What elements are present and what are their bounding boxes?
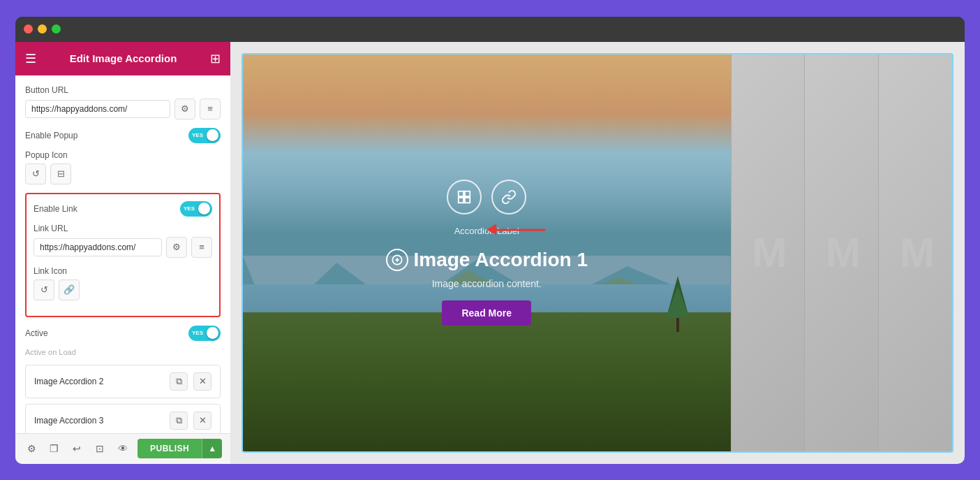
grid-icon[interactable]: ⊞ bbox=[210, 51, 221, 66]
button-url-row: ⚙ ≡ bbox=[25, 99, 221, 119]
app-window: ☰ Edit Image Accordion ⊞ Button URL ⚙ ≡ bbox=[15, 17, 965, 464]
link-icon-group: Link Icon ↺ 🔗 bbox=[34, 266, 212, 300]
popup-icon-clear-btn[interactable]: ↺ bbox=[25, 163, 46, 184]
button-url-label: Button URL bbox=[25, 85, 221, 95]
gear-icon-btn[interactable]: ⚙ bbox=[175, 99, 195, 119]
minimize-button[interactable] bbox=[38, 24, 47, 34]
preview-container: Accordion Label Image Accordion 1 bbox=[242, 53, 953, 453]
link-icon-pick-btn[interactable]: 🔗 bbox=[59, 279, 80, 300]
traffic-lights bbox=[24, 24, 61, 34]
title-circle-icon bbox=[386, 249, 408, 271]
publish-button[interactable]: PUBLISH bbox=[138, 439, 202, 458]
close-button[interactable] bbox=[24, 24, 33, 34]
delete-icon[interactable]: ✕ bbox=[193, 372, 211, 391]
link-url-row: ⚙ ≡ bbox=[34, 237, 212, 258]
main-area: ☰ Edit Image Accordion ⊞ Button URL ⚙ ≡ bbox=[15, 42, 965, 464]
preview-area: Accordion Label Image Accordion 1 bbox=[230, 42, 965, 464]
popup-icon-label: Popup Icon bbox=[25, 150, 221, 160]
active-label: Active bbox=[25, 328, 48, 338]
svg-rect-8 bbox=[459, 198, 463, 203]
enable-link-toggle[interactable] bbox=[180, 201, 212, 217]
hamburger-icon[interactable]: ☰ bbox=[25, 51, 36, 66]
link-url-label: Link URL bbox=[34, 224, 212, 233]
link-section: Enable Link Link URL ⚙ ≡ bbox=[25, 193, 221, 317]
sidebar-content: Button URL ⚙ ≡ Enable Popup Po bbox=[15, 75, 230, 433]
eye-icon[interactable]: 👁 bbox=[114, 440, 131, 457]
titlebar bbox=[15, 17, 965, 42]
accordion-item-2-label: Image Accordion 2 bbox=[34, 377, 103, 386]
publish-btn-group: PUBLISH ▲ bbox=[138, 439, 222, 458]
button-url-group: Button URL ⚙ ≡ bbox=[25, 85, 221, 119]
link-gear-icon-btn[interactable]: ⚙ bbox=[166, 237, 187, 258]
svg-rect-6 bbox=[459, 191, 463, 196]
sidebar-toolbar: ⚙ ❐ ↩ ⊡ 👁 PUBLISH ▲ bbox=[15, 433, 230, 464]
enable-link-row: Enable Link bbox=[34, 201, 212, 217]
read-more-button[interactable]: Read More bbox=[442, 300, 531, 326]
inactive-panel-3: M bbox=[804, 54, 878, 451]
svg-rect-9 bbox=[465, 198, 470, 203]
arrow-head bbox=[487, 224, 496, 235]
link-icon-clear-btn[interactable]: ↺ bbox=[34, 279, 54, 300]
active-section: Active Active on Load bbox=[25, 326, 221, 356]
link-url-group: Link URL ⚙ ≡ bbox=[34, 224, 212, 258]
enable-popup-row: Enable Popup bbox=[25, 128, 221, 143]
history-icon[interactable]: ↩ bbox=[69, 440, 85, 457]
watermark-3: M bbox=[826, 228, 857, 277]
link-icon-row: ↺ 🔗 bbox=[34, 279, 212, 300]
list-icon-btn[interactable]: ≡ bbox=[200, 99, 221, 119]
inactive-panel-2: M bbox=[731, 54, 805, 451]
accordion-active-panel: Accordion Label Image Accordion 1 bbox=[243, 54, 731, 451]
svg-rect-7 bbox=[465, 191, 470, 196]
enable-link-label: Enable Link bbox=[34, 204, 77, 214]
popup-icon-group: Popup Icon ↺ ⊟ bbox=[25, 150, 221, 184]
copy-icon-3[interactable]: ⧉ bbox=[170, 412, 188, 430]
arrow-line bbox=[496, 229, 545, 231]
accordion-item-2[interactable]: Image Accordion 2 ⧉ ✕ bbox=[25, 365, 221, 398]
watermark-4: M bbox=[900, 228, 931, 277]
inactive-panel-4: M bbox=[878, 54, 952, 451]
inactive-panels: M M M bbox=[731, 54, 953, 451]
accordion-item-3-label: Image Accordion 3 bbox=[34, 416, 103, 426]
accordion-title: Image Accordion 1 bbox=[386, 249, 588, 271]
active-row: Active bbox=[25, 326, 221, 341]
link-icon-label: Link Icon bbox=[34, 266, 212, 276]
accordion-title-text: Image Accordion 1 bbox=[414, 249, 588, 271]
link-list-icon-btn[interactable]: ≡ bbox=[191, 237, 212, 258]
accordion-icon-1[interactable] bbox=[447, 180, 482, 214]
watermark-2: M bbox=[752, 228, 783, 277]
active-toggle[interactable] bbox=[188, 326, 221, 341]
enable-popup-label: Enable Popup bbox=[25, 131, 77, 140]
sidebar: ☰ Edit Image Accordion ⊞ Button URL ⚙ ≡ bbox=[15, 42, 230, 464]
accordion-item-3-actions: ⧉ ✕ bbox=[170, 412, 211, 430]
enable-popup-toggle[interactable] bbox=[188, 128, 221, 143]
accordion-icons bbox=[447, 180, 526, 214]
copy-icon[interactable]: ⧉ bbox=[170, 372, 188, 391]
popup-icon-row: ↺ ⊟ bbox=[25, 163, 221, 184]
button-url-input[interactable] bbox=[25, 100, 170, 118]
overlay-content: Accordion Label Image Accordion 1 bbox=[243, 54, 731, 451]
maximize-button[interactable] bbox=[52, 24, 61, 34]
crop-icon[interactable]: ⊡ bbox=[92, 440, 108, 457]
publish-arrow-button[interactable]: ▲ bbox=[202, 439, 222, 458]
layers-icon[interactable]: ❐ bbox=[47, 440, 63, 457]
accordion-item-3[interactable]: Image Accordion 3 ⧉ ✕ bbox=[25, 404, 221, 433]
delete-icon-3[interactable]: ✕ bbox=[193, 412, 211, 430]
sidebar-title: Edit Image Accordion bbox=[70, 52, 177, 64]
red-arrow-indicator bbox=[487, 224, 545, 235]
link-url-input[interactable] bbox=[34, 238, 162, 256]
popup-icon-pick-btn[interactable]: ⊟ bbox=[50, 163, 71, 184]
accordion-description: Image accordion content. bbox=[432, 278, 542, 289]
settings-icon[interactable]: ⚙ bbox=[24, 440, 40, 457]
active-on-load-label: Active on Load bbox=[25, 348, 221, 356]
accordion-item-2-actions: ⧉ ✕ bbox=[170, 372, 211, 391]
accordion-icon-2[interactable] bbox=[491, 180, 526, 214]
sidebar-header: ☰ Edit Image Accordion ⊞ bbox=[15, 42, 230, 75]
